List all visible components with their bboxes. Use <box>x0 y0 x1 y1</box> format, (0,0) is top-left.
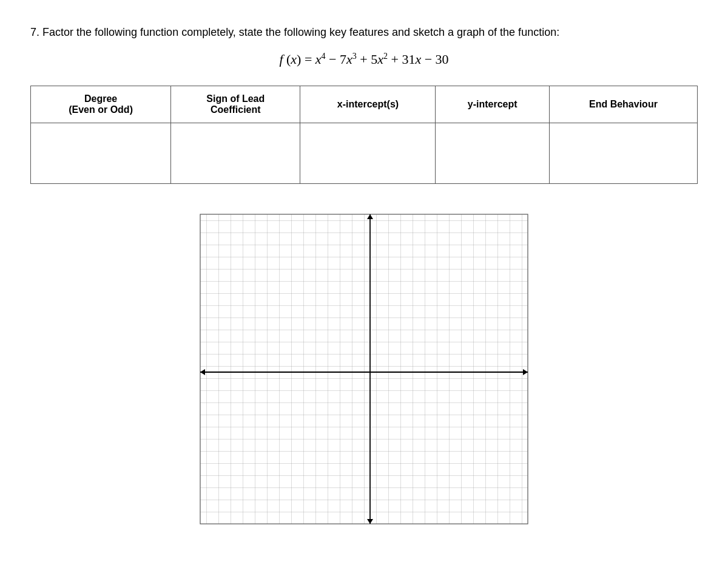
function-equation: f (x) = x4 − 7x3 + 5x2 + 31x − 30 <box>30 52 698 67</box>
svg-rect-1 <box>200 214 528 524</box>
graph-svg <box>194 208 534 530</box>
cell-sign <box>171 123 300 184</box>
graph-container <box>194 208 534 530</box>
col-header-y-intercept: y-intercept <box>436 86 549 123</box>
col-header-sign: Sign of LeadCoefficient <box>171 86 300 123</box>
col-header-end-behaviour: End Behaviour <box>549 86 697 123</box>
table-data-row <box>31 123 698 184</box>
cell-end-behaviour <box>549 123 697 184</box>
cell-y-intercept <box>436 123 549 184</box>
col-header-degree: Degree(Even or Odd) <box>31 86 171 123</box>
col-header-x-intercept: x-intercept(s) <box>300 86 436 123</box>
key-features-table: Degree(Even or Odd) Sign of LeadCoeffici… <box>30 86 698 184</box>
cell-degree <box>31 123 171 184</box>
cell-x-intercept <box>300 123 436 184</box>
graph-section <box>30 208 698 530</box>
question-text: 7. Factor the following function complet… <box>30 24 698 41</box>
